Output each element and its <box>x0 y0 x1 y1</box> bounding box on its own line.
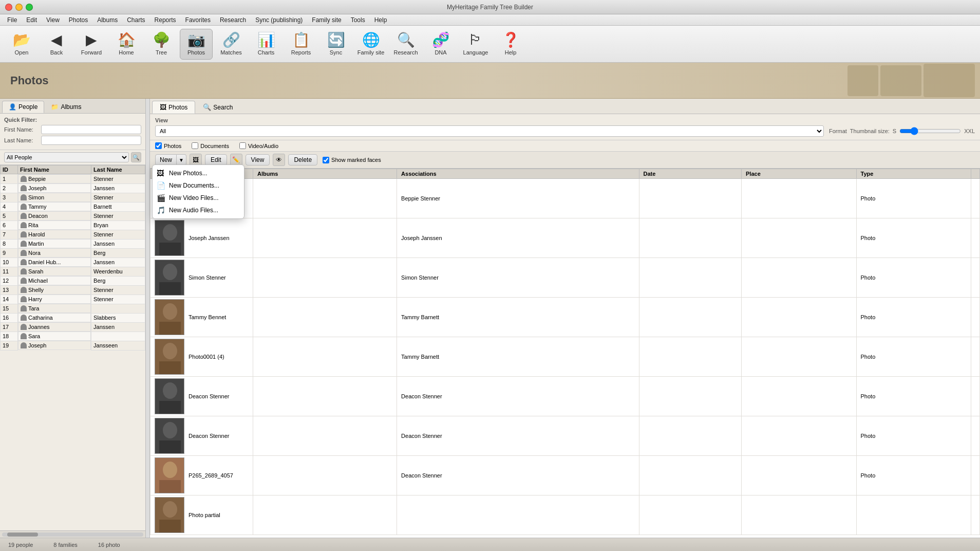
people-table-row[interactable]: 5 Deacon Stenner <box>1 211 145 221</box>
people-table-row[interactable]: 1 Beppie Stenner <box>1 174 145 184</box>
documents-check-item[interactable]: Documents <box>192 142 229 149</box>
first-name-input[interactable] <box>41 125 141 134</box>
people-table-row[interactable]: 11 Sarah Weerdenbu <box>1 267 145 276</box>
people-select[interactable]: All People <box>4 152 129 162</box>
tab-photos[interactable]: 🖼 Photos <box>152 101 195 114</box>
people-table-row[interactable]: 15 Tara <box>1 304 145 313</box>
show-marked-faces-item[interactable]: Show marked faces <box>323 157 381 163</box>
menu-help[interactable]: Help <box>370 15 391 25</box>
dna-button[interactable]: 🧬 DNA <box>424 29 457 60</box>
tree-button[interactable]: 🌳 Tree <box>145 29 178 60</box>
dropdown-new-audio[interactable]: 🎵 New Audio Files... <box>153 204 244 216</box>
menu-reports[interactable]: Reports <box>150 15 180 25</box>
col-header-albums: Albums <box>253 169 397 179</box>
people-table-row[interactable]: 14 Harry Stenner <box>1 295 145 304</box>
photo-row[interactable]: P265_2689_4057 Deacon Stenner Photo <box>150 456 980 495</box>
people-table-row[interactable]: 17 Joannes Janssen <box>1 322 145 332</box>
photo-row[interactable]: Deacon Stenner Deacon Stenner Photo <box>150 416 980 456</box>
thumbnail-size-slider[interactable] <box>899 127 961 135</box>
close-button[interactable] <box>5 4 12 11</box>
photo-row[interactable]: Photo0001 (4) Tammy Barnett Photo <box>150 337 980 377</box>
panel-resizer[interactable] <box>146 99 150 538</box>
photo-row[interactable]: Joseph Janssen Joseph Janssen Photo <box>150 218 980 258</box>
tab-search[interactable]: 🔍 Search <box>195 101 240 114</box>
view-icon-button[interactable]: 👁 <box>273 154 285 166</box>
people-table-row[interactable]: 18 Sara <box>1 332 145 341</box>
people-table-row[interactable]: 13 Shelly Stenner <box>1 285 145 295</box>
photos-checkbox[interactable] <box>155 142 162 149</box>
tab-albums[interactable]: 📁 Albums <box>44 101 88 113</box>
photos-button[interactable]: 📷 Photos <box>180 29 213 60</box>
people-table-row[interactable]: 19 Joseph Jansseen <box>1 341 145 350</box>
reports-button[interactable]: 📋 Reports <box>285 29 317 60</box>
people-table-row[interactable]: 7 Harold Stenner <box>1 230 145 239</box>
help-button[interactable]: ❓ Help <box>494 29 527 60</box>
view-select[interactable]: All <box>155 125 824 137</box>
new-button[interactable]: New <box>155 154 177 166</box>
people-table-row[interactable]: 9 Nora Berg <box>1 248 145 258</box>
home-button[interactable]: 🏠 Home <box>110 29 143 60</box>
research-button[interactable]: 🔍 Research <box>389 29 422 60</box>
video-audio-checkbox[interactable] <box>239 142 246 149</box>
sync-button[interactable]: 🔄 Sync <box>319 29 352 60</box>
people-table-row[interactable]: 2 Joseph Janssen <box>1 183 145 193</box>
dropdown-new-video[interactable]: 🎬 New Video Files... <box>153 192 244 204</box>
window-controls[interactable] <box>5 4 33 11</box>
photo-albums <box>253 179 397 218</box>
menu-charts[interactable]: Charts <box>123 15 149 25</box>
people-table-row[interactable]: 6 Rita Bryan <box>1 221 145 230</box>
photo-row[interactable]: Tammy Bennet Tammy Barnett Photo <box>150 298 980 337</box>
menu-sync[interactable]: Sync (publishing) <box>251 15 307 25</box>
people-tab-label: People <box>18 103 37 111</box>
photo-date <box>639 456 742 495</box>
menu-albums[interactable]: Albums <box>93 15 122 25</box>
dropdown-new-photos[interactable]: 🖼 New Photos... <box>153 167 244 179</box>
menu-view[interactable]: View <box>42 15 64 25</box>
people-table-row[interactable]: 16 Catharina Slabbers <box>1 313 145 322</box>
menu-family-site[interactable]: Family site <box>308 15 345 25</box>
delete-button[interactable]: Delete <box>288 154 317 166</box>
tab-people[interactable]: 👤 People <box>2 101 44 113</box>
minimize-button[interactable] <box>15 4 23 11</box>
dropdown-new-audio-label: New Audio Files... <box>169 207 218 214</box>
people-table-row[interactable]: 10 Daniel Hub... Janssen <box>1 258 145 267</box>
open-button[interactable]: 📂 Open <box>5 29 38 60</box>
svg-point-25 <box>163 501 177 518</box>
forward-button[interactable]: ▶ Forward <box>75 29 108 60</box>
people-table-row[interactable]: 3 Simon Stenner <box>1 193 145 202</box>
edit-button[interactable]: Edit <box>205 154 227 166</box>
menu-file[interactable]: File <box>3 15 21 25</box>
people-table-row[interactable]: 4 Tammy Barnett <box>1 202 145 211</box>
back-button[interactable]: ◀ Back <box>40 29 73 60</box>
photo-row[interactable]: Deacon Stenner Deacon Stenner Photo <box>150 377 980 416</box>
video-audio-check-item[interactable]: Video/Audio <box>239 142 278 149</box>
svg-rect-17 <box>159 401 181 414</box>
photo-title: Photo0001 (4) <box>189 354 224 360</box>
photo-row[interactable]: Beppie Stenner Beppie Stenner Photo <box>150 179 980 218</box>
people-search-button[interactable]: 🔍 <box>131 152 141 162</box>
menu-edit[interactable]: Edit <box>22 15 41 25</box>
photos-check-item[interactable]: Photos <box>155 142 181 149</box>
scroll-thumb[interactable] <box>7 532 38 537</box>
menu-photos[interactable]: Photos <box>65 15 92 25</box>
show-marked-faces-checkbox[interactable] <box>323 157 329 163</box>
documents-checkbox[interactable] <box>192 142 198 149</box>
language-button[interactable]: 🏳 Language <box>459 29 492 60</box>
view-button[interactable]: View <box>246 154 270 166</box>
matches-label: Matches <box>220 49 242 56</box>
matches-button[interactable]: 🔗 Matches <box>215 29 248 60</box>
family-site-button[interactable]: 🌐 Family site <box>354 29 387 60</box>
new-dropdown-button[interactable]: ▼ <box>177 154 186 166</box>
photo-row[interactable]: Photo partial <box>150 495 980 535</box>
menu-tools[interactable]: Tools <box>347 15 369 25</box>
menu-research[interactable]: Research <box>216 15 250 25</box>
dropdown-new-documents[interactable]: 📄 New Documents... <box>153 179 244 192</box>
person-id: 4 <box>1 202 18 211</box>
photo-row[interactable]: Simon Stenner Simon Stenner Photo <box>150 258 980 298</box>
charts-button[interactable]: 📊 Charts <box>250 29 282 60</box>
maximize-button[interactable] <box>26 4 33 11</box>
last-name-input[interactable] <box>41 136 141 145</box>
menu-favorites[interactable]: Favorites <box>181 15 215 25</box>
people-table-row[interactable]: 12 Michael Berg <box>1 276 145 285</box>
people-table-row[interactable]: 8 Martin Janssen <box>1 239 145 248</box>
